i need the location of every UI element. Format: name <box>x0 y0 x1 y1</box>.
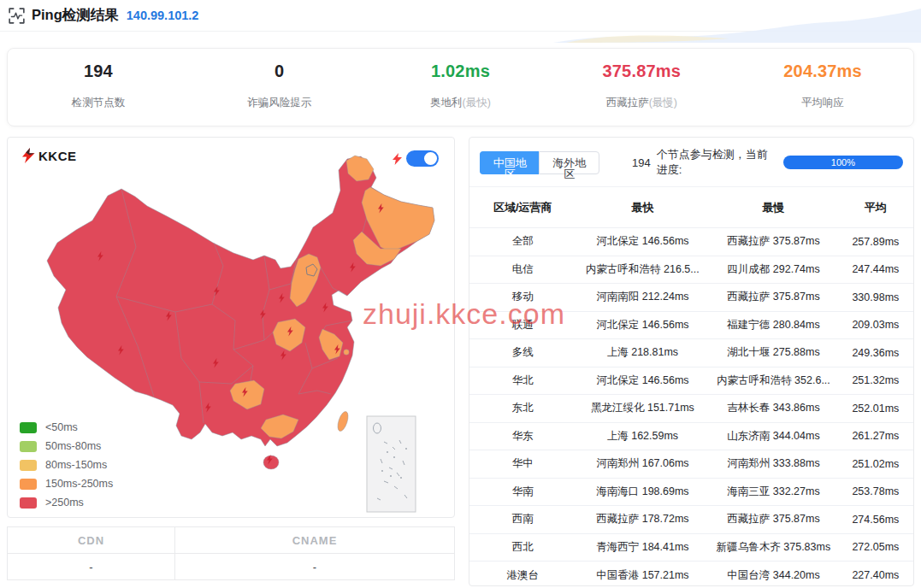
slowest-cell: 西藏拉萨 375.87ms <box>709 506 838 534</box>
average-cell: 272.05ms <box>838 533 913 562</box>
slowest-cell: 吉林长春 343.86ms <box>709 395 838 423</box>
toggle-knob <box>424 152 437 165</box>
tab-overseas-region[interactable]: 海外地区 <box>539 151 599 174</box>
table-row: 电信内蒙古呼和浩特 216.5...四川成都 292.74ms247.44ms <box>469 256 913 284</box>
page-header: Ping检测结果 140.99.101.2 <box>0 0 921 32</box>
table-row: 移动河南南阳 212.24ms西藏拉萨 375.87ms330.98ms <box>469 284 913 312</box>
legend-swatch <box>20 497 37 509</box>
page-title: Ping检测结果 <box>32 6 119 25</box>
slowest-cell: 河南郑州 333.88ms <box>709 450 838 479</box>
slowest-cell: 西藏拉萨 375.87ms <box>709 228 838 256</box>
stat-value: 204.37ms <box>783 62 862 81</box>
region-cell: 华东 <box>469 422 576 450</box>
col-region: 区域/运营商 <box>469 187 576 228</box>
region-results-panel: 中国地区 海外地区 194 个节点参与检测，当前进度: 100% 区域/运营商 … <box>469 137 914 586</box>
region-cell: 西北 <box>469 533 576 562</box>
table-row: 西南西藏拉萨 178.72ms西藏拉萨 375.87ms274.56ms <box>469 506 913 534</box>
taiwan-island <box>336 410 351 432</box>
cname-header: CNAME <box>175 527 455 554</box>
node-count: 194 <box>632 156 651 169</box>
stat-label: 西藏拉萨(最慢) <box>606 96 677 110</box>
wave-decoration <box>553 0 921 43</box>
region-cell: 全部 <box>469 228 576 256</box>
table-row: 全部河北保定 146.56ms西藏拉萨 375.87ms257.89ms <box>469 228 913 256</box>
hainan-island <box>263 456 279 469</box>
stat-item: 0诈骗风险提示 <box>189 49 370 126</box>
slowest-cell: 四川成都 292.74ms <box>709 256 838 284</box>
average-cell: 251.02ms <box>838 450 913 479</box>
fastest-cell: 河南郑州 167.06ms <box>576 450 710 479</box>
average-cell: 274.56ms <box>838 506 913 534</box>
region-table: 区域/运营商 最快 最慢 平均 全部河北保定 146.56ms西藏拉萨 375.… <box>469 186 913 586</box>
table-row: 联通河北保定 146.56ms福建宁德 280.84ms209.03ms <box>469 311 913 339</box>
slowest-cell: 新疆乌鲁木齐 375.83ms <box>709 533 838 562</box>
table-row: 西北青海西宁 184.41ms新疆乌鲁木齐 375.83ms272.05ms <box>469 533 913 562</box>
fastest-cell: 河北保定 146.56ms <box>576 367 710 395</box>
fastest-cell: 河南南阳 212.24ms <box>576 284 710 312</box>
stat-label: 诈骗风险提示 <box>247 96 311 110</box>
fastest-cell: 河北保定 146.56ms <box>576 311 710 339</box>
slowest-cell: 西藏拉萨 375.87ms <box>709 284 838 312</box>
region-cell: 东北 <box>469 395 576 423</box>
legend-label: <50ms <box>45 421 78 433</box>
kkce-logo: KKCE <box>21 148 77 163</box>
cdn-table: CDN CNAME - - <box>7 526 455 580</box>
table-row: 华中河南郑州 167.06ms河南郑州 333.88ms251.02ms <box>469 450 913 479</box>
ping-scan-icon <box>9 8 25 24</box>
average-cell: 330.98ms <box>838 284 913 312</box>
legend-label: >250ms <box>45 497 84 509</box>
region-cell: 港澳台 <box>469 562 576 587</box>
slowest-cell: 内蒙古呼和浩特 352.6... <box>709 367 838 395</box>
average-cell: 252.01ms <box>838 395 913 423</box>
progress-line: 194 个节点参与检测，当前进度: 100% <box>632 147 903 178</box>
legend-item: 80ms-150ms <box>20 459 113 471</box>
fastest-cell: 上海 162.59ms <box>576 422 710 450</box>
average-cell: 247.44ms <box>838 256 913 284</box>
table-header-row: 区域/运营商 最快 最慢 平均 <box>469 187 913 228</box>
region-cell: 西南 <box>469 506 576 534</box>
stat-value: 375.87ms <box>602 62 681 81</box>
region-cell: 华中 <box>469 450 576 479</box>
table-row: 华北河北保定 146.56ms内蒙古呼和浩特 352.6...251.32ms <box>469 367 913 395</box>
region-cell: 华南 <box>469 478 576 506</box>
table-row: 华东上海 162.59ms山东济南 344.04ms261.27ms <box>469 422 913 450</box>
stats-row: 194检测节点数0诈骗风险提示1.02ms奥地利(最快)375.87ms西藏拉萨… <box>7 48 914 126</box>
region-cell: 联通 <box>469 311 576 339</box>
table-row: 多线上海 218.81ms湖北十堰 275.88ms249.36ms <box>469 339 913 368</box>
legend-item: 150ms-250ms <box>20 478 113 490</box>
legend-item: >250ms <box>20 497 113 509</box>
legend-swatch <box>20 422 37 433</box>
col-fastest: 最快 <box>576 187 710 228</box>
stat-label: 平均响应 <box>801 96 844 110</box>
region-cell: 华北 <box>469 367 576 395</box>
fastest-cell: 上海 218.81ms <box>576 339 710 368</box>
stat-item: 1.02ms奥地利(最快) <box>370 49 552 126</box>
stat-value: 0 <box>275 62 284 81</box>
average-cell: 227.40ms <box>838 562 913 587</box>
legend-item: <50ms <box>20 421 113 433</box>
table-row: 华南海南海口 198.69ms海南三亚 332.27ms253.78ms <box>469 478 913 506</box>
stat-item: 375.87ms西藏拉萨(最慢) <box>551 49 732 126</box>
slowest-cell: 中国台湾 344.20ms <box>709 562 838 587</box>
region-tabs: 中国地区 海外地区 <box>480 151 599 174</box>
legend-item: 50ms-80ms <box>20 440 113 452</box>
average-cell: 253.78ms <box>838 478 913 506</box>
stat-item: 194检测节点数 <box>8 49 189 126</box>
average-cell: 251.32ms <box>838 367 913 395</box>
stat-label: 奥地利(最快) <box>430 96 491 110</box>
fastest-cell: 海南海口 198.69ms <box>576 478 710 506</box>
slowest-cell: 湖北十堰 275.88ms <box>709 339 838 368</box>
region-cell: 多线 <box>469 339 576 368</box>
col-slowest: 最慢 <box>709 187 838 228</box>
panel-head: 中国地区 海外地区 194 个节点参与检测，当前进度: 100% <box>469 138 913 186</box>
cdn-header: CDN <box>8 527 175 554</box>
tab-china-region[interactable]: 中国地区 <box>480 151 539 174</box>
target-ip: 140.99.101.2 <box>127 9 199 22</box>
legend-label: 80ms-150ms <box>45 459 107 471</box>
legend-swatch <box>20 441 37 452</box>
stat-label: 检测节点数 <box>72 96 126 110</box>
stat-value: 194 <box>84 62 113 81</box>
table-row: 东北黑龙江绥化 151.71ms吉林长春 343.86ms252.01ms <box>469 395 913 423</box>
map-legend: <50ms50ms-80ms80ms-150ms150ms-250ms>250m… <box>20 415 113 509</box>
map-mode-toggle[interactable] <box>406 150 439 167</box>
